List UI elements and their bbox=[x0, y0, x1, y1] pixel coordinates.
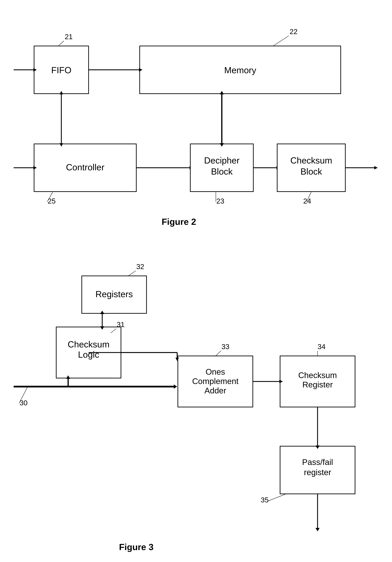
fifo-ref-line bbox=[58, 41, 64, 46]
memory-ref: 22 bbox=[290, 28, 298, 35]
checksum-reg-line2: Register bbox=[302, 380, 333, 389]
ones-comp-line2: Complement bbox=[192, 377, 238, 386]
pass-fail-output-arrowhead bbox=[316, 528, 320, 531]
controller-label: Controller bbox=[66, 162, 104, 172]
figure3-label: Figure 3 bbox=[119, 542, 154, 552]
pass-fail-ref-line bbox=[267, 494, 286, 501]
main-input-arrowhead bbox=[174, 385, 177, 389]
diagram-svg: FIFO 21 Memory 22 Controller 25 bbox=[0, 0, 392, 562]
ones-comp-ref-line bbox=[215, 351, 221, 356]
figure2-label: Figure 2 bbox=[162, 217, 196, 227]
pass-fail-line1: Pass/fail bbox=[302, 458, 333, 467]
checksum-reg-ref: 34 bbox=[318, 343, 326, 351]
ones-comp-line1: Ones bbox=[206, 367, 225, 376]
checksum-line2-fig2: Block bbox=[300, 166, 322, 176]
pass-fail-ref: 35 bbox=[261, 496, 269, 504]
decipher-line1: Decipher bbox=[204, 155, 239, 165]
registers-label: Registers bbox=[95, 289, 133, 299]
registers-ref-line bbox=[128, 271, 136, 276]
decipher-ref: 23 bbox=[216, 197, 224, 205]
checksum-logic-ref: 31 bbox=[117, 320, 125, 328]
checksum-line1-fig2: Checksum bbox=[290, 155, 332, 165]
registers-ref: 32 bbox=[136, 263, 144, 271]
fifo-label: FIFO bbox=[51, 65, 71, 75]
checksum-ref: 24 bbox=[303, 197, 311, 205]
pass-fail-line2: register bbox=[304, 468, 331, 477]
memory-ref-line bbox=[273, 36, 289, 46]
output-checksum-arrowhead bbox=[374, 166, 378, 169]
ones-comp-line3: Adder bbox=[204, 386, 226, 395]
checksum-logic-line2: Logic bbox=[78, 350, 99, 360]
page: FIFO 21 Memory 22 Controller 25 bbox=[0, 0, 392, 562]
checksum-reg-line1: Checksum bbox=[298, 371, 337, 380]
decipher-line2: Block bbox=[211, 166, 233, 176]
memory-label: Memory bbox=[224, 65, 256, 75]
ones-comp-ref: 33 bbox=[222, 343, 229, 351]
controller-ref: 25 bbox=[48, 197, 56, 205]
fifo-ref: 21 bbox=[65, 33, 73, 41]
checksum-logic-line1: Checksum bbox=[68, 340, 109, 349]
